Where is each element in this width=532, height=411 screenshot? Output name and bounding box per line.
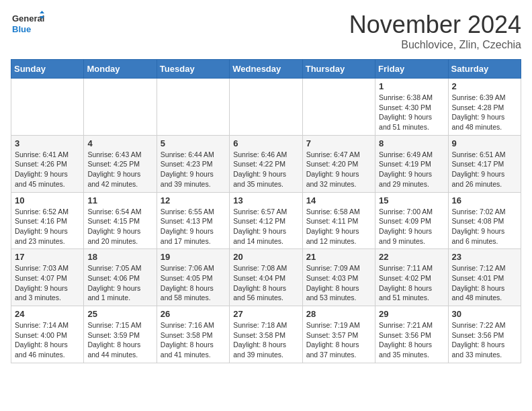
day-info: Sunrise: 6:55 AM Sunset: 4:13 PM Dayligh… [161, 207, 226, 246]
table-row: 2Sunrise: 6:39 AM Sunset: 4:28 PM Daylig… [448, 79, 521, 136]
day-number: 12 [161, 195, 226, 205]
col-tuesday: Tuesday [157, 60, 229, 79]
table-row: 16Sunrise: 7:02 AM Sunset: 4:08 PM Dayli… [448, 192, 521, 249]
day-number: 27 [233, 309, 298, 319]
day-number: 24 [15, 309, 80, 319]
day-number: 28 [306, 309, 371, 319]
table-row: 30Sunrise: 7:22 AM Sunset: 3:56 PM Dayli… [448, 306, 521, 363]
day-info: Sunrise: 6:44 AM Sunset: 4:23 PM Dayligh… [161, 150, 226, 189]
day-number: 11 [87, 195, 152, 205]
day-info: Sunrise: 6:46 AM Sunset: 4:22 PM Dayligh… [233, 150, 298, 189]
day-number: 19 [161, 252, 226, 262]
day-info: Sunrise: 7:02 AM Sunset: 4:08 PM Dayligh… [452, 207, 517, 246]
table-row: 21Sunrise: 7:09 AM Sunset: 4:03 PM Dayli… [302, 249, 375, 306]
table-row: 1Sunrise: 6:38 AM Sunset: 4:30 PM Daylig… [375, 79, 448, 136]
page-header: General Blue November 2024 Buchlovice, Z… [11, 11, 521, 51]
day-number: 2 [452, 81, 517, 91]
day-info: Sunrise: 7:21 AM Sunset: 3:56 PM Dayligh… [379, 320, 444, 360]
day-number: 22 [379, 252, 444, 262]
logo-svg: General Blue [11, 11, 44, 39]
day-info: Sunrise: 6:58 AM Sunset: 4:11 PM Dayligh… [306, 207, 371, 246]
calendar-header-row: Sunday Monday Tuesday Wednesday Thursday… [11, 60, 521, 79]
table-row: 11Sunrise: 6:54 AM Sunset: 4:15 PM Dayli… [84, 192, 157, 249]
day-number: 26 [161, 309, 226, 319]
day-info: Sunrise: 6:47 AM Sunset: 4:20 PM Dayligh… [306, 150, 371, 189]
svg-text:General: General [12, 13, 44, 24]
table-row: 27Sunrise: 7:18 AM Sunset: 3:58 PM Dayli… [230, 306, 302, 363]
day-number: 1 [379, 81, 444, 91]
table-row: 6Sunrise: 6:46 AM Sunset: 4:22 PM Daylig… [230, 135, 302, 192]
week-row-2: 10Sunrise: 6:52 AM Sunset: 4:16 PM Dayli… [11, 192, 521, 249]
day-number: 8 [379, 138, 444, 148]
col-saturday: Saturday [448, 60, 521, 79]
table-row: 20Sunrise: 7:08 AM Sunset: 4:04 PM Dayli… [230, 249, 302, 306]
day-info: Sunrise: 6:57 AM Sunset: 4:12 PM Dayligh… [233, 207, 298, 246]
day-number: 9 [452, 138, 517, 148]
day-number: 23 [452, 252, 517, 262]
day-info: Sunrise: 7:06 AM Sunset: 4:05 PM Dayligh… [161, 263, 226, 303]
day-info: Sunrise: 7:05 AM Sunset: 4:06 PM Dayligh… [87, 263, 152, 303]
day-info: Sunrise: 6:43 AM Sunset: 4:25 PM Dayligh… [87, 150, 152, 189]
day-number: 13 [233, 195, 298, 205]
week-row-0: 1Sunrise: 6:38 AM Sunset: 4:30 PM Daylig… [11, 79, 521, 136]
day-number: 5 [161, 138, 226, 148]
day-number: 29 [379, 309, 444, 319]
day-number: 4 [87, 138, 152, 148]
table-row: 8Sunrise: 6:49 AM Sunset: 4:19 PM Daylig… [375, 135, 448, 192]
table-row: 3Sunrise: 6:41 AM Sunset: 4:26 PM Daylig… [11, 135, 84, 192]
day-info: Sunrise: 7:03 AM Sunset: 4:07 PM Dayligh… [15, 263, 80, 303]
table-row [230, 79, 302, 136]
day-number: 17 [15, 252, 80, 262]
table-row: 17Sunrise: 7:03 AM Sunset: 4:07 PM Dayli… [11, 249, 84, 306]
day-info: Sunrise: 6:54 AM Sunset: 4:15 PM Dayligh… [87, 207, 152, 246]
table-row: 24Sunrise: 7:14 AM Sunset: 4:00 PM Dayli… [11, 306, 84, 363]
day-info: Sunrise: 7:14 AM Sunset: 4:00 PM Dayligh… [15, 320, 80, 360]
day-number: 16 [452, 195, 517, 205]
day-number: 14 [306, 195, 371, 205]
day-number: 21 [306, 252, 371, 262]
day-number: 6 [233, 138, 298, 148]
col-sunday: Sunday [11, 60, 84, 79]
day-info: Sunrise: 6:38 AM Sunset: 4:30 PM Dayligh… [379, 93, 444, 132]
day-info: Sunrise: 6:52 AM Sunset: 4:16 PM Dayligh… [15, 207, 80, 246]
day-info: Sunrise: 7:09 AM Sunset: 4:03 PM Dayligh… [306, 263, 371, 303]
svg-text:Blue: Blue [12, 24, 31, 34]
day-info: Sunrise: 7:08 AM Sunset: 4:04 PM Dayligh… [233, 263, 298, 303]
day-number: 10 [15, 195, 80, 205]
day-number: 30 [452, 309, 517, 319]
day-info: Sunrise: 6:51 AM Sunset: 4:17 PM Dayligh… [452, 150, 517, 189]
week-row-1: 3Sunrise: 6:41 AM Sunset: 4:26 PM Daylig… [11, 135, 521, 192]
day-info: Sunrise: 7:16 AM Sunset: 3:58 PM Dayligh… [161, 320, 226, 360]
week-row-4: 24Sunrise: 7:14 AM Sunset: 4:00 PM Dayli… [11, 306, 521, 363]
table-row: 13Sunrise: 6:57 AM Sunset: 4:12 PM Dayli… [230, 192, 302, 249]
table-row: 15Sunrise: 7:00 AM Sunset: 4:09 PM Dayli… [375, 192, 448, 249]
week-row-3: 17Sunrise: 7:03 AM Sunset: 4:07 PM Dayli… [11, 249, 521, 306]
day-number: 15 [379, 195, 444, 205]
day-number: 18 [87, 252, 152, 262]
day-number: 25 [87, 309, 152, 319]
table-row: 23Sunrise: 7:12 AM Sunset: 4:01 PM Dayli… [448, 249, 521, 306]
table-row [84, 79, 157, 136]
col-wednesday: Wednesday [230, 60, 302, 79]
table-row: 18Sunrise: 7:05 AM Sunset: 4:06 PM Dayli… [84, 249, 157, 306]
table-row [11, 79, 84, 136]
day-info: Sunrise: 7:22 AM Sunset: 3:56 PM Dayligh… [452, 320, 517, 360]
title-block: November 2024 Buchlovice, Zlin, Czechia [349, 11, 521, 51]
table-row: 29Sunrise: 7:21 AM Sunset: 3:56 PM Dayli… [375, 306, 448, 363]
table-row: 5Sunrise: 6:44 AM Sunset: 4:23 PM Daylig… [157, 135, 229, 192]
day-info: Sunrise: 6:39 AM Sunset: 4:28 PM Dayligh… [452, 93, 517, 132]
table-row: 19Sunrise: 7:06 AM Sunset: 4:05 PM Dayli… [157, 249, 229, 306]
svg-marker-2 [40, 11, 44, 13]
day-number: 7 [306, 138, 371, 148]
day-info: Sunrise: 7:19 AM Sunset: 3:57 PM Dayligh… [306, 320, 371, 360]
calendar-table: Sunday Monday Tuesday Wednesday Thursday… [11, 59, 521, 363]
day-info: Sunrise: 6:49 AM Sunset: 4:19 PM Dayligh… [379, 150, 444, 189]
day-info: Sunrise: 6:41 AM Sunset: 4:26 PM Dayligh… [15, 150, 80, 189]
table-row: 14Sunrise: 6:58 AM Sunset: 4:11 PM Dayli… [302, 192, 375, 249]
day-info: Sunrise: 7:11 AM Sunset: 4:02 PM Dayligh… [379, 263, 444, 303]
col-monday: Monday [84, 60, 157, 79]
col-thursday: Thursday [302, 60, 375, 79]
day-info: Sunrise: 7:15 AM Sunset: 3:59 PM Dayligh… [87, 320, 152, 360]
logo: General Blue [11, 11, 44, 39]
table-row: 22Sunrise: 7:11 AM Sunset: 4:02 PM Dayli… [375, 249, 448, 306]
